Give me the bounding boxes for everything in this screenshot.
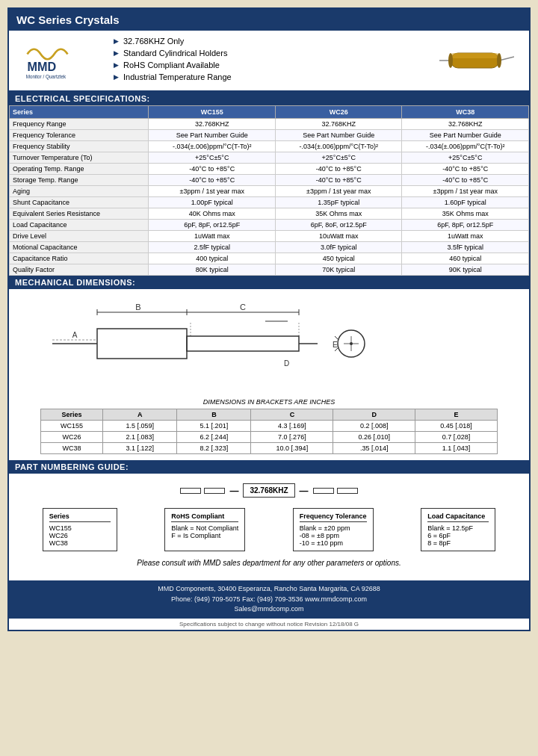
page-wrapper: WC Series Crystals MMD Monitor / Quartzt… <box>7 7 531 631</box>
param-value: +25°C±5°C <box>149 152 276 164</box>
param-value: 80K typical <box>149 264 276 276</box>
part-number-desc-row: Series WC155 WC26 WC38 RoHS Compliant Bl… <box>19 508 519 551</box>
dash-2: — <box>298 486 310 496</box>
part-numbering-section-header: PART NUMBERING GUIDE: <box>9 460 529 474</box>
freq-tol-val-3: -10 = ±10 ppm <box>300 539 367 547</box>
param-value: 1uWatt max <box>149 231 276 242</box>
param-value: 1.00pF typical <box>149 197 276 208</box>
param-value: -.034(±.006)ppm/°C(T-To)² <box>402 141 529 152</box>
part-numbering-section: — 32.768KHZ — Series WC155 WC26 WC38 RoH… <box>9 474 529 580</box>
dim-cell: 8.2 [.323] <box>177 443 251 454</box>
svg-point-7 <box>497 53 501 68</box>
param-value: 3.0fF typical <box>275 242 402 253</box>
param-label: Shunt Capacitance <box>10 197 149 208</box>
col-header-series: Series <box>10 106 149 119</box>
freq-tol-val-1: Blank = ±20 ppm <box>300 524 367 532</box>
param-value: 40K Ohms max <box>149 208 276 220</box>
consult-note: Please consult with MMD sales department… <box>137 559 401 567</box>
series-val-1: WC155 <box>49 524 111 532</box>
dim-cell: 4.3 [.169] <box>251 421 333 432</box>
param-value: 1uWatt max <box>402 231 529 242</box>
param-value: -.034(±.006)ppm/°C(T-To)² <box>275 141 402 152</box>
param-value: +25°C±5°C <box>275 152 402 164</box>
param-label: Frequency Range <box>10 119 149 130</box>
svg-text:D: D <box>284 359 289 368</box>
dash-1: — <box>228 486 240 496</box>
param-value: -40°C to +85°C <box>149 175 276 186</box>
features-list: 32.768KHZ Only Standard Cylindrical Hold… <box>99 37 432 84</box>
dim-cell: 0.7 [.028] <box>415 432 498 443</box>
dim-cell: 5.1 [.201] <box>177 421 251 432</box>
dim-cell: 0.26 [.010] <box>333 432 415 443</box>
revision-line: Specifications subject to change without… <box>9 619 529 630</box>
svg-point-6 <box>448 53 453 68</box>
dim-cell: 0.2 [.008] <box>333 421 415 432</box>
param-value: ±3ppm / 1st year max <box>275 186 402 197</box>
param-label: Quality Factor <box>10 264 149 276</box>
electrical-specs-container: Series WC155 WC26 WC38 Frequency Range32… <box>9 105 529 276</box>
param-value: 10uWatt max <box>275 231 402 242</box>
dim-cell: WC155 <box>41 421 103 432</box>
param-value: +25°C±5°C <box>402 152 529 164</box>
param-value: 460 typical <box>402 253 529 264</box>
electrical-specs-table: Series WC155 WC26 WC38 Frequency Range32… <box>9 105 529 276</box>
dim-col-header: B <box>177 409 251 421</box>
crystal-image <box>432 46 522 75</box>
param-label: Load Capacitance <box>10 220 149 231</box>
page-title: WC Series Crystals <box>9 9 529 31</box>
param-value: -.034(±.006)ppm/°C(T-To)² <box>149 141 276 152</box>
param-label: Capacitance Ratio <box>10 253 149 264</box>
series-desc-title: Series <box>49 512 111 522</box>
svg-text:A: A <box>72 331 78 339</box>
dim-cell: 0.45 [.018] <box>415 421 498 432</box>
param-label: Frequency Tolerance <box>10 130 149 141</box>
mmd-logo: MMD Monitor / Quartztek <box>24 40 91 81</box>
electrical-section-header: ELECTRICAL SPECIFICATIONS: <box>9 92 529 105</box>
dim-cell: 2.1 [.083] <box>103 432 177 443</box>
param-label: Aging <box>10 186 149 197</box>
svg-rect-16 <box>187 336 299 351</box>
dim-cell: .35 [.014] <box>333 443 415 454</box>
svg-text:C: C <box>240 303 246 312</box>
logo-area: MMD Monitor / Quartztek <box>16 40 99 81</box>
load-cap-desc-title: Load Capacitance <box>427 512 489 522</box>
part-diagram: — 32.768KHZ — Series WC155 WC26 WC38 RoH… <box>15 480 523 574</box>
param-label: Drive Level <box>10 231 149 242</box>
param-value: 3.5fF typical <box>402 242 529 253</box>
param-value: 6pF, 8pF, or12.5pF <box>149 220 276 231</box>
mechanical-section-header: MECHANICAL DIMENSIONS: <box>9 276 529 289</box>
freq-tol-desc-box: Frequency Tolerance Blank = ±20 ppm -08 … <box>293 508 374 551</box>
svg-rect-3 <box>451 53 499 58</box>
svg-line-30 <box>335 336 338 339</box>
param-value: 6pF, 8pF, or12.5pF <box>402 220 529 231</box>
load-cap-val-3: 8 = 8pF <box>427 539 489 547</box>
dim-col-header: Series <box>41 409 103 421</box>
crystal-svg <box>439 46 514 75</box>
svg-line-5 <box>499 57 514 61</box>
footer-phone: Phone: (949) 709-5075 Fax: (949) 709-353… <box>13 595 525 605</box>
param-value: 6pF, 8oF, or12.5pF <box>275 220 402 231</box>
mechanical-section: B C A D <box>9 289 529 460</box>
col-header-wc155: WC155 <box>149 106 276 119</box>
load-cap-desc-box: Load Capacitance Blank = 12.5pF 6 = 6pF … <box>421 508 495 551</box>
param-value: ±3ppm / 1st year max <box>402 186 529 197</box>
dim-cell: 1.5 [.059] <box>103 421 177 432</box>
dim-cell: 1.1 [.043] <box>415 443 498 454</box>
load-cap-val-1: Blank = 12.5pF <box>427 524 489 532</box>
param-value: -40°C to +85°C <box>275 175 402 186</box>
param-value: 1.60pF typical <box>402 197 529 208</box>
feature-2: Standard Cylindrical Holders <box>114 49 432 58</box>
param-value: See Part Number Guide <box>275 130 402 141</box>
dim-col-header: A <box>103 409 177 421</box>
pn-freq-label: 32.768KHZ <box>243 483 294 498</box>
mechanical-diagram: B C A D <box>15 295 523 392</box>
param-label: Operating Temp. Range <box>10 164 149 175</box>
footer-company: MMD Components, 30400 Esperanza, Rancho … <box>13 584 525 595</box>
rohs-desc-box: RoHS Compliant Blank = Not Compliant F =… <box>164 508 245 551</box>
rohs-val-1: Blank = Not Compliant <box>171 524 238 532</box>
pn-box-3 <box>313 488 334 494</box>
param-value: 32.768KHZ <box>149 119 276 130</box>
header-body: MMD Monitor / Quartztek 32.768KHZ Only S… <box>9 31 529 92</box>
col-header-wc38: WC38 <box>402 106 529 119</box>
series-val-2: WC26 <box>49 532 111 539</box>
